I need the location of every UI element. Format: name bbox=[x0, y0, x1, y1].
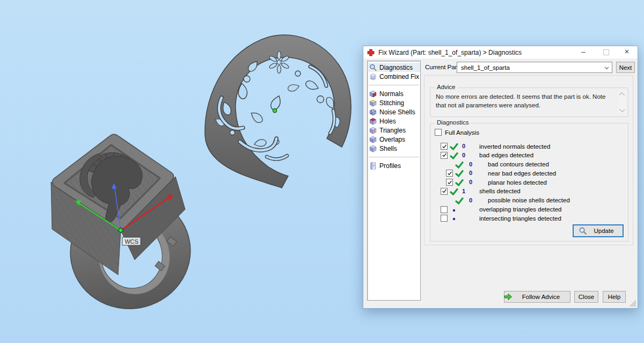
diag-row: 0possible noise shells detected bbox=[430, 196, 628, 206]
follow-advice-button[interactable]: Follow Advice bbox=[504, 291, 570, 303]
sidebar-item-stitching[interactable]: Stitching bbox=[368, 98, 420, 107]
wizard-content: Current Part: shell_1_of_sparta Next Adv… bbox=[423, 59, 634, 308]
sidebar-item-triangles[interactable]: Triangles bbox=[368, 126, 420, 135]
diag-label: shells detected bbox=[479, 188, 521, 194]
sidebar-item-label: Normals bbox=[379, 90, 404, 98]
diag-label: intersecting triangles detected bbox=[479, 215, 561, 222]
diag-checkbox[interactable] bbox=[441, 188, 448, 195]
green-check-icon bbox=[450, 142, 458, 151]
diag-label: bad contours detected bbox=[488, 161, 549, 167]
sidebar-item-shells[interactable]: Shells bbox=[368, 144, 420, 153]
sidebar-divider bbox=[369, 157, 419, 157]
diag-checkbox[interactable] bbox=[446, 179, 453, 186]
sidebar-item-label: Overlaps bbox=[379, 136, 405, 143]
diag-checkbox[interactable] bbox=[441, 215, 448, 222]
dialog-titlebar[interactable]: Fix Wizard (Part: shell_1_of_sparta) > D… bbox=[363, 46, 638, 59]
maximize-icon bbox=[603, 49, 609, 55]
ring-model[interactable]: WCS bbox=[30, 119, 207, 312]
checkbox-check-icon bbox=[442, 188, 447, 194]
next-button[interactable]: Next bbox=[616, 62, 635, 73]
diag-count: 0 bbox=[469, 170, 472, 176]
diag-row: intersecting triangles detected bbox=[430, 214, 628, 223]
sidebar-item-label: Noise Shells bbox=[379, 108, 415, 116]
green-check-icon bbox=[455, 178, 464, 187]
diag-checkbox[interactable] bbox=[446, 170, 453, 177]
current-part-label: Current Part: bbox=[425, 64, 460, 70]
diag-count: 0 bbox=[462, 152, 465, 158]
advice-groupbox: Advice No more errors are detected. It s… bbox=[430, 87, 628, 117]
scroll-up-icon[interactable] bbox=[619, 92, 625, 98]
full-analysis-label: Full Analysis bbox=[445, 129, 479, 136]
green-check-icon bbox=[450, 151, 458, 160]
scroll-down-icon[interactable] bbox=[619, 107, 625, 112]
diag-row: 1shells detected bbox=[430, 187, 628, 196]
diag-label: near bad edges detected bbox=[488, 170, 556, 177]
sidebar-item-holes[interactable]: Holes bbox=[368, 116, 420, 126]
advice-text: No more errors are detected. It seems th… bbox=[436, 92, 611, 110]
checkbox-check-icon bbox=[442, 144, 447, 149]
sidebar-item-label: Diagnostics bbox=[379, 64, 413, 71]
update-button[interactable]: Update bbox=[573, 224, 624, 237]
sidebar-divider bbox=[369, 85, 419, 85]
diag-row: 0inverted normals detected bbox=[430, 142, 628, 151]
full-analysis-checkbox[interactable] bbox=[435, 129, 442, 136]
diag-checkbox[interactable] bbox=[441, 152, 448, 159]
sidebar-item-label: Triangles bbox=[379, 127, 406, 134]
cube-noise-shells-icon bbox=[369, 108, 377, 116]
wizard-sidebar: DiagnosticsCombined FixNormalsStitchingN… bbox=[367, 61, 421, 301]
sidebar-item-label: Shells bbox=[379, 145, 397, 152]
green-check-icon bbox=[450, 187, 458, 196]
diag-count: 0 bbox=[462, 143, 465, 149]
diag-row: overlapping triangles detected bbox=[430, 206, 628, 215]
cube-triangles-icon bbox=[369, 127, 377, 134]
red-cross-icon bbox=[367, 49, 375, 56]
close-button[interactable]: Close bbox=[574, 291, 598, 303]
diag-count: 1 bbox=[462, 188, 465, 194]
diag-row: 0planar holes detected bbox=[430, 178, 628, 187]
diag-checkbox[interactable] bbox=[441, 143, 448, 150]
wcs-label: WCS bbox=[122, 237, 141, 245]
diag-checkbox[interactable] bbox=[441, 206, 448, 213]
cube-holes-icon bbox=[369, 118, 377, 125]
sidebar-item-diagnostics[interactable]: Diagnostics bbox=[368, 63, 420, 72]
sidebar-item-label: Holes bbox=[379, 118, 396, 125]
application-window: { "window": { "title": "Fix Wizard (Part… bbox=[0, 0, 644, 343]
advice-scrollbar[interactable] bbox=[618, 91, 626, 113]
diag-row: 0bad edges detected bbox=[430, 151, 628, 160]
resize-grip[interactable] bbox=[630, 300, 636, 307]
diagnostics-legend: Diagnostics bbox=[435, 119, 471, 126]
cuff-model[interactable] bbox=[201, 28, 357, 192]
maximize-button[interactable] bbox=[600, 46, 612, 58]
diagnostics-groupbox: Diagnostics Full Analysis 0inverted norm… bbox=[430, 123, 628, 242]
diagnostics-page-panel: Advice No more errors are detected. It s… bbox=[424, 75, 633, 245]
sidebar-item-normals[interactable]: Normals bbox=[368, 89, 420, 98]
shell-marker bbox=[273, 108, 276, 112]
cube-normals-icon bbox=[369, 90, 377, 98]
cube-shells-icon bbox=[369, 145, 377, 152]
diag-label: inverted normals detected bbox=[479, 143, 550, 150]
cube-overlaps-icon bbox=[369, 136, 377, 143]
green-check-icon bbox=[455, 169, 464, 178]
diag-label: overlapping triangles detected bbox=[479, 206, 561, 213]
close-window-button[interactable]: × bbox=[621, 46, 633, 58]
sidebar-item-overlaps[interactable]: Overlaps bbox=[368, 135, 420, 144]
profiles-icon bbox=[369, 162, 377, 170]
sidebar-item-noise-shells[interactable]: Noise Shells bbox=[368, 107, 420, 116]
sidebar-item-label: Profiles bbox=[379, 162, 401, 170]
dialog-body: DiagnosticsCombined FixNormalsStitchingN… bbox=[363, 59, 638, 308]
dialog-title: Fix Wizard (Part: shell_1_of_sparta) > D… bbox=[378, 49, 522, 56]
sidebar-item-label: Combined Fix bbox=[379, 73, 419, 81]
fix-wizard-dialog: Fix Wizard (Part: shell_1_of_sparta) > D… bbox=[363, 46, 638, 309]
diag-label: possible noise shells detected bbox=[488, 197, 570, 203]
diagnostics-rows: 0inverted normals detected0bad edges det… bbox=[430, 142, 628, 223]
diag-count: 0 bbox=[469, 197, 472, 203]
green-arrow-icon bbox=[504, 293, 513, 301]
help-button[interactable]: Help bbox=[603, 291, 626, 303]
svg-text:WCS: WCS bbox=[125, 238, 138, 245]
current-part-value: shell_1_of_sparta bbox=[461, 64, 510, 71]
minimize-button[interactable]: – bbox=[577, 46, 589, 58]
sidebar-item-profiles[interactable]: Profiles bbox=[368, 161, 420, 170]
sidebar-item-combined-fix[interactable]: Combined Fix bbox=[368, 72, 420, 81]
current-part-combobox[interactable]: shell_1_of_sparta bbox=[457, 62, 612, 73]
diag-count: 0 bbox=[469, 179, 472, 185]
